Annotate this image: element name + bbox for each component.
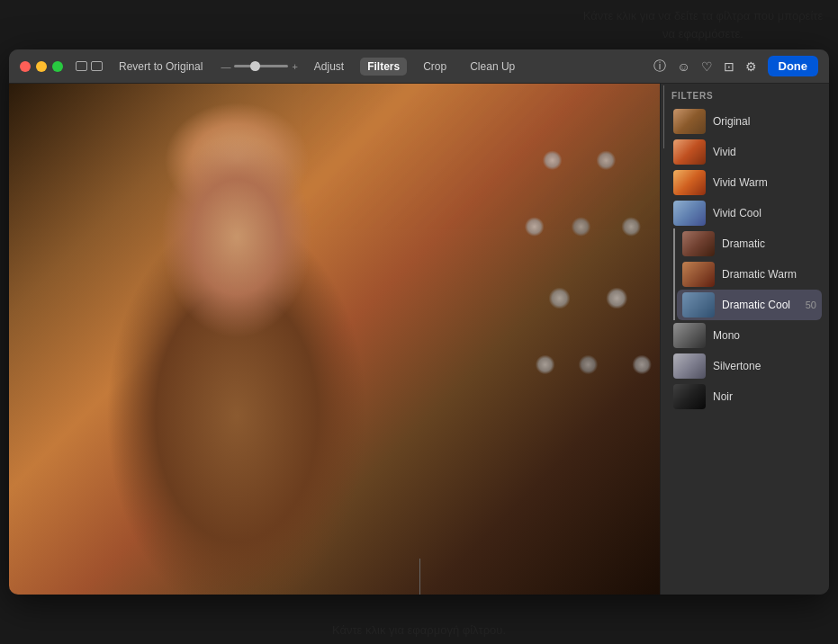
filter-value-dramatic-cool: 50	[806, 300, 816, 310]
filter-label-dramatic-cool: Dramatic Cool	[722, 299, 798, 311]
cleanup-button[interactable]: Clean Up	[463, 58, 522, 76]
background-pattern	[302, 84, 660, 595]
filter-item-vivid[interactable]: Vivid	[668, 137, 822, 167]
filter-item-silvertone[interactable]: Silvertone	[668, 351, 822, 381]
filter-item-vivid-cool[interactable]: Vivid Cool	[668, 198, 822, 228]
photo-area	[9, 84, 660, 595]
settings-icon-button[interactable]: ⚙	[743, 58, 759, 76]
filters-sidebar: FILTERS OriginalVividVivid WarmVivid Coo…	[660, 84, 829, 595]
filter-label-mono: Mono	[713, 329, 816, 342]
annotation-line-bottom	[419, 559, 420, 595]
filters-list[interactable]: OriginalVividVivid WarmVivid CoolDramati…	[661, 106, 829, 595]
annotation-top: Κάντε κλικ για να δείτε τα φίλτρα που μπ…	[577, 7, 829, 42]
filter-label-vivid-cool: Vivid Cool	[713, 207, 816, 219]
traffic-lights	[20, 61, 63, 72]
view-toggle[interactable]	[76, 61, 103, 71]
filter-label-noir: Noir	[713, 390, 816, 403]
filter-thumb-dramatic	[682, 231, 715, 256]
filter-item-dramatic-cool[interactable]: Dramatic Cool50	[677, 290, 822, 320]
minimize-button[interactable]	[36, 61, 47, 72]
toolbar-right-icons: ⓘ ☺ ♡ ⊡ ⚙	[652, 57, 758, 76]
filter-thumb-noir	[673, 384, 706, 409]
filter-label-vivid-warm: Vivid Warm	[713, 176, 816, 189]
filter-item-mono[interactable]: Mono	[668, 320, 822, 351]
filter-thumb-dramatic-cool	[682, 292, 715, 318]
filter-item-vivid-warm[interactable]: Vivid Warm	[668, 167, 822, 198]
filter-thumb-mono	[673, 323, 706, 348]
done-button[interactable]: Done	[768, 56, 819, 76]
annotation-bottom: Κάντε κλικ για εφαρμογή φίλτρου.	[332, 623, 506, 637]
dramatic-filter-group: DramaticDramatic WarmDramatic Cool50	[673, 228, 822, 320]
slider-control[interactable]: — +	[221, 61, 297, 72]
filters-header: FILTERS	[661, 84, 829, 106]
filter-thumb-vivid-cool	[673, 201, 706, 226]
filter-item-noir[interactable]: Noir	[668, 381, 822, 412]
titlebar: Revert to Original — + Adjust Filters Cr…	[9, 49, 829, 84]
filter-label-silvertone: Silvertone	[713, 360, 816, 372]
app-window: Revert to Original — + Adjust Filters Cr…	[9, 49, 829, 595]
share-icon-button[interactable]: ⊡	[722, 58, 736, 76]
photo-image	[9, 84, 660, 595]
filter-item-dramatic-warm[interactable]: Dramatic Warm	[677, 259, 822, 290]
adjust-button[interactable]: Adjust	[307, 58, 351, 76]
fullscreen-button[interactable]	[52, 61, 63, 72]
filters-button[interactable]: Filters	[360, 58, 407, 76]
filter-label-original: Original	[713, 115, 816, 128]
annotation-bottom-text: Κάντε κλικ για εφαρμογή φίλτρου.	[332, 623, 506, 637]
filter-item-dramatic[interactable]: Dramatic	[677, 228, 822, 259]
annotation-top-text: Κάντε κλικ για να δείτε τα φίλτρα που μπ…	[583, 9, 823, 40]
filter-thumb-vivid	[673, 139, 706, 165]
crop-button[interactable]: Crop	[416, 58, 454, 76]
filter-item-original[interactable]: Original	[668, 106, 822, 137]
filter-thumb-silvertone	[673, 353, 706, 379]
filter-label-dramatic: Dramatic	[722, 237, 816, 250]
heart-icon-button[interactable]: ♡	[699, 58, 715, 76]
filter-thumb-original	[673, 109, 706, 134]
info-icon-button[interactable]: ⓘ	[652, 57, 668, 76]
filter-thumb-vivid-warm	[673, 170, 706, 195]
revert-button[interactable]: Revert to Original	[112, 58, 210, 76]
close-button[interactable]	[20, 61, 31, 72]
emoji-icon-button[interactable]: ☺	[675, 58, 691, 76]
filter-label-dramatic-warm: Dramatic Warm	[722, 268, 816, 281]
filter-thumb-dramatic-warm	[682, 262, 715, 287]
annotation-line-top	[663, 85, 664, 148]
main-content: FILTERS OriginalVividVivid WarmVivid Coo…	[9, 84, 829, 595]
filter-label-vivid: Vivid	[713, 146, 816, 158]
